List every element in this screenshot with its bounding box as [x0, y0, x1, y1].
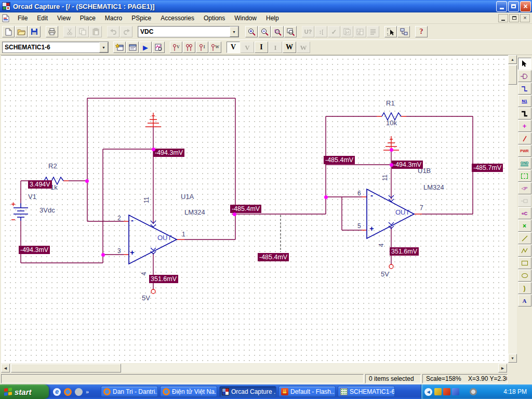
close-icon[interactable]: × — [520, 1, 531, 12]
help-icon[interactable]: ? — [415, 26, 428, 37]
open-document-icon[interactable] — [15, 26, 28, 37]
bill-of-materials-icon[interactable] — [367, 26, 379, 37]
taskbar-clock[interactable]: 4:18 PM — [503, 388, 527, 395]
tray-icon-1[interactable] — [434, 388, 442, 395]
menu-macro[interactable]: Macro — [100, 13, 127, 23]
save-icon[interactable] — [28, 26, 41, 37]
taskbar-button-orcad[interactable]: Orcad Capture ... — [219, 386, 276, 397]
snap-to-grid-icon[interactable] — [384, 26, 397, 37]
part-value-r1[interactable]: 10k — [386, 119, 397, 127]
create-netlist-icon[interactable] — [341, 26, 353, 37]
place-power-icon[interactable]: PWR — [518, 145, 531, 157]
taskbar-button-dantri[interactable]: Dan Tri - Dantri... — [101, 386, 158, 397]
copy-icon[interactable] — [76, 26, 89, 37]
undo-icon[interactable] — [107, 26, 119, 37]
scroll-left-icon[interactable]: ◀ — [1, 364, 10, 373]
horizontal-scroll-thumb[interactable] — [11, 364, 121, 373]
tray-icon-antivirus[interactable] — [461, 388, 468, 395]
mdi-minimize-icon[interactable] — [498, 14, 508, 22]
tray-expand-icon[interactable]: ◀ — [424, 388, 432, 396]
vertical-scroll-thumb[interactable] — [508, 65, 517, 85]
enable-bias-power-display-toggle[interactable]: W — [283, 42, 296, 53]
part-ref-u1a[interactable]: U1A — [181, 193, 194, 201]
bias-voltage-label[interactable]: 351.6mV — [149, 275, 178, 283]
current-marker-icon[interactable]: I — [196, 42, 208, 53]
menu-place[interactable]: Place — [75, 13, 100, 23]
place-junction-icon[interactable]: + — [518, 120, 531, 132]
menu-file[interactable]: File — [13, 13, 32, 23]
internet-explorer-icon[interactable]: e — [53, 388, 61, 396]
place-pin-icon[interactable] — [518, 195, 531, 207]
schematic-canvas[interactable]: R2 1k V1 3Vdc R1 10k U1A LM324 U1B LM324… — [1, 55, 508, 363]
place-no-connect-icon[interactable]: × — [518, 220, 531, 232]
bias-voltage-label[interactable]: 351.6mV — [390, 247, 419, 256]
place-net-alias-icon[interactable]: N1 — [518, 95, 531, 107]
place-rectangle-icon[interactable] — [518, 257, 531, 269]
place-part-icon[interactable] — [518, 70, 531, 82]
paste-icon[interactable] — [89, 26, 102, 37]
menu-options[interactable]: Options — [199, 13, 230, 23]
volume-icon[interactable] — [470, 388, 477, 395]
voltage-marker-icon[interactable]: V — [170, 42, 182, 53]
place-arc-icon[interactable]: ) — [518, 282, 531, 294]
quick-launch-overflow-icon[interactable]: » — [86, 389, 89, 395]
menu-edit[interactable]: Edit — [32, 13, 52, 23]
cut-icon[interactable] — [63, 26, 76, 37]
horizontal-scrollbar[interactable]: ◀ ▶ — [1, 364, 508, 373]
power-marker-icon[interactable]: W — [209, 42, 221, 53]
part-ref-v1[interactable]: V1 — [28, 193, 36, 201]
power-net-label[interactable]: 5V — [381, 270, 389, 278]
bias-voltage-label[interactable]: 3.494V — [28, 180, 52, 189]
zoom-all-icon[interactable] — [284, 26, 297, 37]
taskbar-button-schematic[interactable]: SCHEMATIC1-6... — [338, 386, 395, 397]
part-search-combobox[interactable]: VDC ▼ — [138, 26, 239, 37]
firefox-icon[interactable] — [64, 388, 72, 396]
menu-window[interactable]: Window — [230, 13, 261, 23]
toggle-power-on-selected-parts[interactable]: W — [297, 42, 310, 53]
scroll-down-icon[interactable]: ▼ — [508, 354, 517, 363]
place-wire-icon[interactable] — [518, 83, 531, 95]
print-icon[interactable] — [46, 26, 58, 37]
combo-dropdown-icon[interactable]: ▼ — [99, 42, 108, 52]
zoom-area-icon[interactable] — [271, 26, 284, 37]
update-properties-icon[interactable]: ↕[ — [315, 26, 327, 37]
mdi-restore-icon[interactable] — [509, 14, 519, 22]
toggle-currents-on-selected-parts[interactable]: I — [269, 42, 282, 53]
place-bus-entry-icon[interactable] — [518, 132, 531, 144]
tray-icon-network[interactable] — [452, 388, 459, 395]
part-value-u1a[interactable]: LM324 — [184, 208, 205, 216]
new-simulation-profile-icon[interactable] — [113, 42, 126, 53]
part-value-u1b[interactable]: LM324 — [423, 183, 444, 191]
place-line-icon[interactable] — [518, 232, 531, 244]
place-bus-icon[interactable] — [518, 108, 531, 119]
simulation-profile-combobox[interactable]: SCHEMATIC1-6 ▼ — [2, 42, 109, 53]
edit-simulation-profile-icon[interactable] — [126, 42, 139, 53]
new-document-icon[interactable] — [2, 26, 15, 37]
place-text-icon[interactable]: A — [518, 295, 531, 307]
vertical-scrollbar[interactable]: ▲ ▼ — [508, 55, 517, 363]
place-off-page-connector-icon[interactable]: «C — [518, 207, 531, 219]
part-value-v1[interactable]: 3Vdc — [39, 206, 55, 214]
enable-bias-current-display-toggle[interactable]: I — [255, 42, 268, 53]
place-port-icon[interactable]: ◁P — [518, 182, 531, 194]
taskbar-button-flashget[interactable]: ⇊ Default - Flash... — [278, 386, 336, 397]
menu-help[interactable]: Help — [261, 13, 284, 23]
bias-voltage-label[interactable]: -485.4mV — [258, 253, 289, 261]
place-polyline-icon[interactable] — [518, 245, 531, 257]
toggle-voltages-on-selected-nets[interactable]: V — [241, 42, 254, 53]
bias-voltage-label[interactable]: -485.7mV — [472, 164, 503, 172]
bias-voltage-label[interactable]: -494.3mV — [19, 246, 50, 254]
combo-dropdown-icon[interactable]: ▼ — [230, 26, 238, 37]
scroll-right-icon[interactable]: ▶ — [498, 364, 507, 373]
power-net-label[interactable]: 5V — [142, 294, 150, 302]
bias-voltage-label[interactable]: -494.3mV — [153, 149, 184, 157]
restore-icon[interactable] — [508, 1, 519, 12]
place-ground-icon[interactable]: GND — [518, 157, 531, 169]
voltage-differential-markers-icon[interactable] — [183, 42, 195, 53]
zoom-in-icon[interactable] — [245, 26, 258, 37]
start-button[interactable]: start — [0, 384, 49, 399]
redo-icon[interactable] — [120, 26, 132, 37]
annotate-icon[interactable]: U? — [302, 26, 314, 37]
part-ref-r1[interactable]: R1 — [386, 99, 395, 107]
minimize-icon[interactable] — [496, 1, 507, 12]
